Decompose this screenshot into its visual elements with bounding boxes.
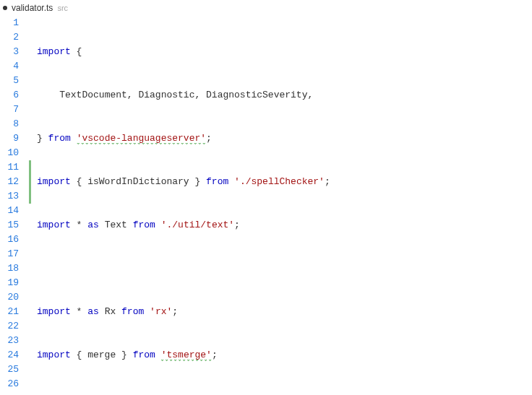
line-number: 14 [0,204,19,218]
code-line: import { merge } from 'tsmerge'; [37,348,532,363]
code-line [37,391,532,395]
diff-indicator-bar [29,16,31,395]
line-number: 10 [0,146,19,160]
line-number-gutter: 1234567891011121314151617181920212223242… [0,16,29,395]
code-line [37,261,532,276]
line-number: 1 [0,16,19,30]
line-number: 17 [0,247,19,261]
line-number: 18 [0,261,19,276]
code-area[interactable]: import { TextDocument, Diagnostic, Diagn… [31,16,532,395]
tab-filename: validator.ts [12,3,53,13]
line-number: 4 [0,59,19,74]
line-number: 12 [0,175,19,189]
line-number: 26 [0,377,19,391]
line-number: 25 [0,363,19,377]
tab-directory: src [57,4,68,12]
line-number: 9 [0,131,19,146]
code-line: } from 'vscode-languageserver'; [37,131,532,146]
line-number: 5 [0,74,19,88]
line-number: 20 [0,290,19,305]
code-line: import * as Text from './util/text'; [37,218,532,233]
code-line: import * as Rx from 'rx'; [37,305,532,319]
line-number: 7 [0,103,19,117]
code-line: TextDocument, Diagnostic, DiagnosticSeve… [37,88,532,103]
code-line: import { isWordInDictionary } from './sp… [37,175,532,189]
line-number: 11 [0,160,19,175]
dirty-indicator-icon [3,6,7,10]
line-number: 23 [0,334,19,348]
line-number: 15 [0,218,19,233]
line-number: 21 [0,305,19,319]
line-number: 16 [0,233,19,247]
line-number: 3 [0,45,19,59]
diff-added-marker [29,160,31,204]
line-number: 24 [0,348,19,363]
line-number: 2 [0,30,19,45]
line-number: 8 [0,117,19,131]
code-editor[interactable]: 1234567891011121314151617181920212223242… [0,16,532,395]
code-line: import { [37,45,532,59]
line-number: 13 [0,189,19,204]
line-number: 19 [0,276,19,290]
line-number: 6 [0,88,19,103]
line-number: 22 [0,319,19,334]
editor-tab[interactable]: validator.ts src [0,0,532,16]
